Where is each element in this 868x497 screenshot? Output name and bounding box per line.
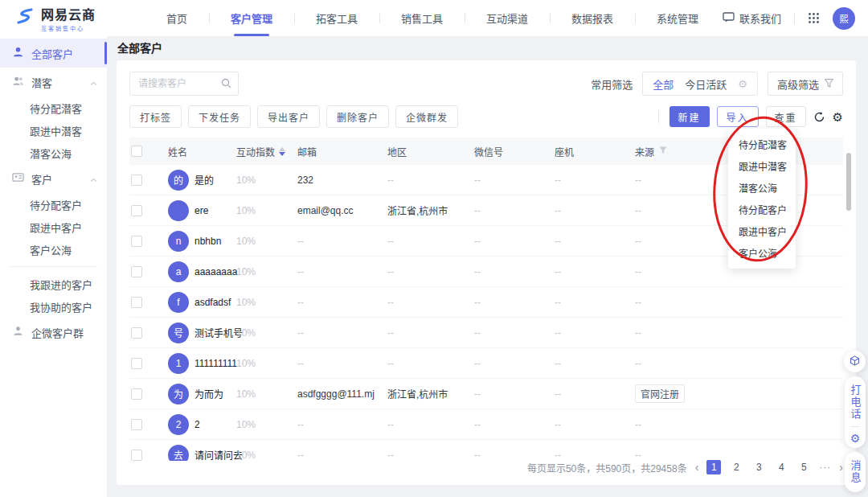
customer-name[interactable]: 2 xyxy=(194,419,200,430)
customer-name[interactable]: 是的 xyxy=(194,173,214,187)
import-dropdown-item-4[interactable]: 跟进中客户 xyxy=(728,220,796,242)
advanced-filter-button[interactable]: 高级筛选 xyxy=(768,72,843,96)
region-cell-value: -- xyxy=(387,358,394,369)
call-phone-button[interactable]: 打电话 xyxy=(850,384,861,421)
nav-item-0[interactable]: 首页 xyxy=(145,0,209,36)
row-checkbox[interactable] xyxy=(131,175,142,186)
region-cell: -- xyxy=(387,358,474,369)
page-number-5[interactable]: 5 xyxy=(796,460,811,474)
batch-button-0[interactable]: 打标签 xyxy=(129,105,182,128)
name-cell: 22 xyxy=(168,414,236,435)
landline-cell-value: -- xyxy=(555,388,561,400)
table-row[interactable]: fasdfadsf10%---------- xyxy=(129,287,843,318)
nav-item-4[interactable]: 互动渠道 xyxy=(465,0,550,36)
sidebar-subitem-6[interactable]: 待分配客户 xyxy=(0,193,107,216)
refresh-icon[interactable] xyxy=(813,111,825,123)
sidebar-subitem-10[interactable]: 我协助的客户 xyxy=(0,295,107,318)
row-checkbox[interactable] xyxy=(131,419,142,430)
search-icon[interactable] xyxy=(221,78,231,91)
import-button[interactable]: 导入 xyxy=(717,106,759,127)
customer-name[interactable]: nbhbn xyxy=(194,236,221,247)
row-checkbox-cell xyxy=(129,266,168,277)
import-dropdown-item-2[interactable]: 潜客公海 xyxy=(728,177,796,199)
select-all-checkbox[interactable] xyxy=(131,146,142,157)
sidebar-subitem-4[interactable]: 潜客公海 xyxy=(0,142,107,164)
quick-filter-gear-icon[interactable]: ⚙ xyxy=(738,78,747,90)
float-message-button[interactable]: 消息 xyxy=(845,452,866,492)
page-number-3[interactable]: 3 xyxy=(751,460,766,474)
batch-button-1[interactable]: 下发任务 xyxy=(188,105,251,128)
import-dropdown-item-1[interactable]: 跟进中潜客 xyxy=(728,155,796,177)
email-cell: -- xyxy=(297,266,387,277)
batch-button-3[interactable]: 删除客户 xyxy=(326,105,389,128)
chevron-up-icon[interactable] xyxy=(90,76,97,88)
table-row[interactable]: 2210%---------- xyxy=(129,409,843,440)
landline-cell-value: -- xyxy=(555,327,561,339)
batch-button-2[interactable]: 导出客户 xyxy=(257,105,320,128)
pagination-prev-button[interactable]: ‹ xyxy=(695,461,699,474)
dedupe-button[interactable]: 查重 xyxy=(766,106,806,127)
customer-name[interactable]: aaaaaaaa xyxy=(194,266,237,277)
row-checkbox[interactable] xyxy=(131,236,142,247)
nav-item-3[interactable]: 销售工具 xyxy=(379,0,465,36)
nav-item-2[interactable]: 拓客工具 xyxy=(294,0,379,36)
pagination-next-button[interactable]: › xyxy=(839,461,843,474)
column-settings-gear-icon[interactable]: ⚙ xyxy=(833,111,843,123)
landline-cell: -- xyxy=(555,388,635,400)
page-number-1[interactable]: 1 xyxy=(706,460,721,474)
table-row[interactable]: 为为而为10%asdfgggg@111.mj浙江省,杭州市----官网注册 xyxy=(129,379,843,409)
cube-icon xyxy=(849,355,861,369)
customer-name[interactable]: 111111111 xyxy=(194,358,237,369)
customer-name[interactable]: 测试手机号 xyxy=(194,326,243,339)
column-filter-funnel-icon[interactable] xyxy=(659,146,667,157)
page-number-4[interactable]: 4 xyxy=(774,460,788,474)
customer-name[interactable]: ere xyxy=(194,205,208,216)
float-cube-button[interactable] xyxy=(844,351,866,372)
sidebar-subitem-2[interactable]: 待分配潜客 xyxy=(0,97,107,119)
float-settings-gear-icon[interactable]: ⚙ xyxy=(850,433,861,444)
user-avatar[interactable]: 熙 xyxy=(833,7,855,30)
common-filter-label: 常用筛选 xyxy=(591,76,633,92)
import-dropdown-item-3[interactable]: 待分配客户 xyxy=(728,199,796,220)
nav-item-5[interactable]: 数据报表 xyxy=(550,0,635,36)
sidebar-item-11[interactable]: 企微客户群 xyxy=(0,318,107,347)
header-col-3: 地区 xyxy=(387,145,474,158)
new-button[interactable]: 新建 xyxy=(669,106,710,127)
row-checkbox[interactable] xyxy=(131,388,142,400)
row-checkbox[interactable] xyxy=(131,358,142,369)
sidebar-item-0[interactable]: 全部客户 xyxy=(0,39,107,68)
import-dropdown-item-0[interactable]: 待分配潜客 xyxy=(728,133,796,155)
sidebar-subitem-7[interactable]: 跟进中客户 xyxy=(0,216,107,238)
customer-name[interactable]: 为而为 xyxy=(194,387,223,400)
page-number-2[interactable]: 2 xyxy=(729,460,743,474)
table-row[interactable]: 111111111110%---------- xyxy=(129,348,843,379)
contact-us-button[interactable]: 联系我们 xyxy=(723,10,781,26)
row-checkbox[interactable] xyxy=(131,205,142,216)
sidebar-item-1[interactable]: 潜客 xyxy=(0,68,107,97)
table-row[interactable]: 号测试手机号10%---------- xyxy=(129,318,843,348)
sidebar-subitem-3[interactable]: 跟进中潜客 xyxy=(0,119,107,142)
sidebar-item-5[interactable]: 客户 xyxy=(0,164,107,193)
customer-name[interactable]: asdfadsf xyxy=(194,297,231,308)
row-checkbox[interactable] xyxy=(131,327,142,339)
nav-item-1[interactable]: 客户管理 xyxy=(209,0,294,36)
nav-item-6[interactable]: 系统管理 xyxy=(635,0,720,36)
table-scrollbar[interactable] xyxy=(846,153,851,211)
sidebar-subitem-8[interactable]: 客户公海 xyxy=(0,238,107,261)
quick-filter-all[interactable]: 全部 xyxy=(653,76,674,92)
logo-icon xyxy=(14,6,35,30)
batch-button-4[interactable]: 企微群发 xyxy=(395,105,458,128)
import-dropdown-item-5[interactable]: 客户公海 xyxy=(728,242,796,264)
name-cell: 号测试手机号 xyxy=(168,322,236,343)
sidebar-subitem-9[interactable]: 我跟进的客户 xyxy=(0,273,107,295)
chevron-up-icon[interactable] xyxy=(90,173,97,185)
name-cell: aaaaaaaaa xyxy=(168,261,236,282)
main-nav: 首页客户管理拓客工具销售工具互动渠道数据报表系统管理 xyxy=(145,0,720,36)
row-checkbox[interactable] xyxy=(131,266,142,277)
row-checkbox[interactable] xyxy=(131,297,142,308)
apps-grid-icon[interactable] xyxy=(808,12,820,24)
page-ellipsis[interactable]: ··· xyxy=(819,462,831,473)
email-cell-value: -- xyxy=(297,358,304,369)
sort-icon[interactable] xyxy=(279,147,285,156)
quick-filter-today-active[interactable]: 今日活跃 xyxy=(685,76,727,92)
